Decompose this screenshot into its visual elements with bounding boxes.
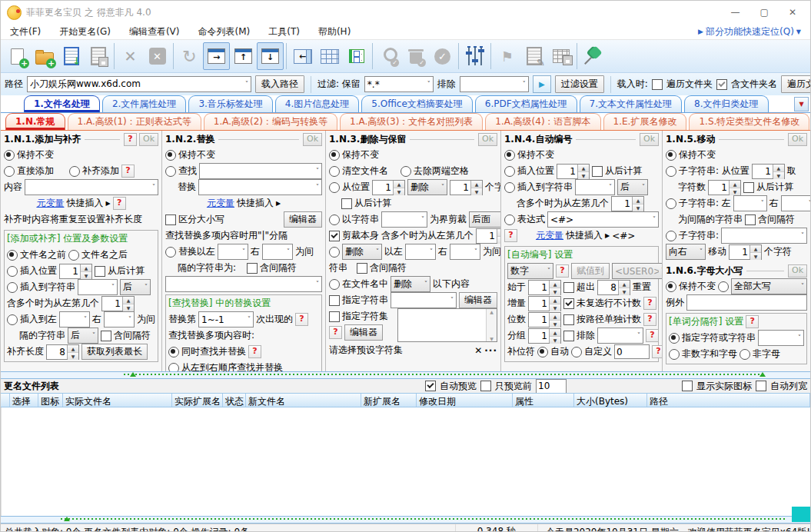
meta-variable-link[interactable]: 元变量 bbox=[36, 197, 64, 210]
panel-top-toggle[interactable]: ↑ bbox=[230, 42, 257, 70]
help-button[interactable]: ? bbox=[329, 326, 342, 339]
after-name-radio[interactable] bbox=[68, 250, 79, 261]
more-button[interactable]: ··· bbox=[484, 345, 497, 356]
menu-tools[interactable]: 工具(T) bbox=[268, 25, 300, 38]
insert-pos-spinner[interactable]: 1▲▼ bbox=[59, 264, 92, 279]
spec-chars-combobox[interactable]: ˅ bbox=[758, 330, 804, 346]
delete-between-radio[interactable] bbox=[329, 247, 340, 258]
in-name-delete-radio[interactable] bbox=[329, 279, 340, 290]
target-string-combobox[interactable]: ˅ bbox=[575, 179, 615, 195]
checklist-button[interactable] bbox=[343, 42, 370, 70]
insert-to-string-radio[interactable] bbox=[7, 282, 18, 293]
skip-unchecked-checkbox[interactable] bbox=[563, 298, 574, 309]
tab-office-summary[interactable]: 5.Office文档摘要处理 bbox=[361, 95, 472, 112]
auto-pad-radio[interactable] bbox=[537, 347, 548, 357]
insert-to-string-radio[interactable] bbox=[504, 182, 515, 193]
keep-radio[interactable] bbox=[504, 150, 515, 161]
show-icons-checkbox[interactable] bbox=[682, 381, 693, 391]
horizontal-splitter[interactable] bbox=[1, 371, 810, 379]
boundary-string-combobox[interactable]: ˅ bbox=[381, 211, 427, 228]
scrollbar[interactable]: ▲▼ bbox=[486, 309, 497, 341]
splitter-handle-icon[interactable] bbox=[759, 372, 766, 377]
menu-edit-view[interactable]: 编辑查看(V) bbox=[129, 25, 180, 38]
exclude-checkbox[interactable] bbox=[563, 331, 574, 341]
content-combobox[interactable]: ˅ bbox=[25, 179, 158, 195]
editor-button[interactable]: 编辑器 bbox=[459, 292, 497, 308]
editor-button[interactable]: 编辑器 bbox=[344, 324, 383, 341]
position-spinner[interactable]: 1▲▼ bbox=[372, 180, 405, 195]
pin-button[interactable] bbox=[580, 42, 607, 70]
target-string-combobox[interactable]: ˅ bbox=[78, 279, 118, 295]
include-foldername-checkbox[interactable] bbox=[716, 79, 727, 90]
non-alpha-radio[interactable] bbox=[740, 349, 750, 360]
subtab-normal[interactable]: 1.N.常规 bbox=[5, 113, 65, 130]
substring-radio[interactable] bbox=[666, 231, 676, 241]
delete-action-select[interactable]: 删除˅ bbox=[407, 179, 447, 195]
position-spinner[interactable]: 1▲▼ bbox=[752, 164, 785, 179]
by-string-radio[interactable] bbox=[329, 214, 340, 225]
left-to-right-radio[interactable] bbox=[168, 363, 179, 372]
column-new-ext[interactable]: 新扩展名 bbox=[361, 394, 417, 407]
help-button[interactable]: ? bbox=[652, 345, 662, 358]
maximize-button[interactable]: ▢ bbox=[760, 7, 769, 18]
column-size[interactable]: 大小(Bytes) bbox=[574, 394, 647, 407]
multi-index-spinner[interactable]: 1▲▼ bbox=[101, 296, 135, 311]
apply-filter-button[interactable]: ▶ bbox=[533, 75, 551, 93]
ok-button[interactable]: Ok bbox=[478, 133, 497, 146]
tab-file-attributes[interactable]: 2.文件属性处理 bbox=[102, 95, 186, 112]
splitter-handle-icon[interactable] bbox=[64, 517, 70, 521]
ok-button[interactable]: Ok bbox=[303, 133, 322, 146]
right-string-combobox[interactable]: ˅ bbox=[781, 195, 810, 211]
keep-radio[interactable] bbox=[666, 150, 676, 161]
after-before-select[interactable]: 后˅ bbox=[120, 279, 151, 295]
replace-combobox[interactable]: ˅ bbox=[198, 179, 322, 195]
menu-file[interactable]: 文件(F) bbox=[10, 25, 41, 38]
settings-sliders-button[interactable] bbox=[461, 42, 488, 70]
columns-left-button[interactable]: ← bbox=[289, 42, 316, 70]
column-new-filename[interactable]: 新文件名 bbox=[246, 394, 361, 407]
help-button[interactable]: ? bbox=[643, 297, 656, 310]
clear-name-radio[interactable] bbox=[329, 166, 340, 177]
left-string-combobox[interactable]: ˅ bbox=[405, 244, 436, 260]
custom-pad-input[interactable] bbox=[614, 344, 650, 359]
file-list-body[interactable] bbox=[1, 407, 810, 516]
trim-spaces-radio[interactable] bbox=[401, 166, 411, 177]
substring-between-radio[interactable] bbox=[666, 198, 676, 209]
case-mode-radio[interactable] bbox=[718, 281, 729, 292]
assign-button[interactable]: 赋值到 bbox=[571, 263, 610, 279]
help-button[interactable]: ? bbox=[556, 264, 569, 278]
char-count-spinner[interactable]: 1▲▼ bbox=[450, 180, 483, 195]
before-name-radio[interactable] bbox=[7, 250, 18, 261]
help-button[interactable]: ? bbox=[295, 313, 308, 326]
charset-checkbox[interactable] bbox=[329, 311, 340, 322]
subtab-lookup-table[interactable]: 1.A.高级(3)：文件名对照列表 bbox=[340, 113, 483, 130]
per-path-checkbox[interactable] bbox=[563, 314, 574, 325]
keep-radio[interactable] bbox=[165, 150, 176, 161]
load-list-button[interactable]: ↓ bbox=[58, 42, 85, 70]
horizontal-splitter[interactable] bbox=[1, 516, 810, 524]
column-path[interactable]: 路径 bbox=[647, 394, 810, 407]
close-button[interactable]: ✕ bbox=[789, 7, 796, 18]
subtab-extension[interactable]: 1.E.扩展名修改 bbox=[603, 113, 687, 130]
help-button[interactable]: ? bbox=[248, 345, 261, 358]
traverse-list-button[interactable]: 遍历文件列表 bbox=[781, 75, 811, 93]
remove-item-button[interactable]: ✕ bbox=[117, 42, 144, 70]
delete-checked-button[interactable]: ✓ bbox=[402, 42, 429, 70]
after-before-select[interactable]: 后˅ bbox=[617, 179, 648, 195]
right-string-combobox[interactable]: ˅ bbox=[104, 311, 135, 328]
multi-index-spinner[interactable]: 1▲▼ bbox=[476, 228, 500, 244]
meta-variable-link[interactable]: 元变量 bbox=[536, 229, 563, 242]
ok-button[interactable]: Ok bbox=[788, 264, 807, 278]
delete-action-select[interactable]: 删除˅ bbox=[342, 244, 382, 260]
left-string-combobox[interactable]: ˅ bbox=[59, 311, 90, 328]
number-type-select[interactable]: 数字˅ bbox=[507, 263, 553, 279]
right-string-combobox[interactable]: ˅ bbox=[262, 244, 293, 260]
insert-pos-spinner[interactable]: 1▲▼ bbox=[557, 164, 590, 179]
columns-grid-button[interactable] bbox=[316, 42, 343, 70]
insert-pos-radio[interactable] bbox=[504, 166, 515, 177]
keep-radio[interactable] bbox=[4, 150, 15, 161]
pad-length-spinner[interactable]: 8▲▼ bbox=[46, 344, 79, 360]
auto-column-width-checkbox[interactable] bbox=[756, 381, 766, 391]
help-button[interactable]: ? bbox=[746, 315, 759, 328]
preview-first-checkbox[interactable] bbox=[480, 381, 491, 391]
